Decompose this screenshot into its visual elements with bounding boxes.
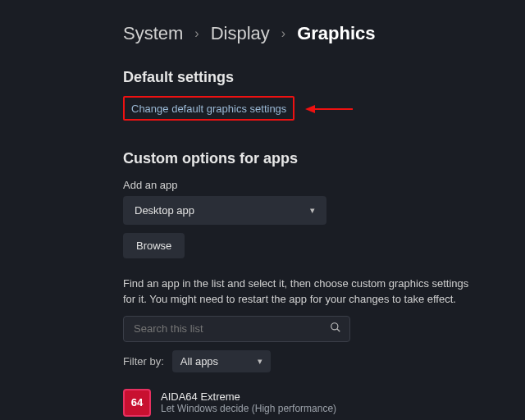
svg-point-2	[331, 322, 338, 329]
add-app-label: Add an app	[123, 179, 525, 191]
app-info: AIDA64 ExtremeLet Windows decide (High p…	[161, 390, 336, 414]
breadcrumb-display[interactable]: Display	[211, 23, 270, 44]
breadcrumb-graphics: Graphics	[297, 23, 375, 44]
app-icon: 64	[123, 389, 151, 417]
breadcrumb: System › Display › Graphics	[123, 23, 525, 44]
app-name: AIDA64 Extreme	[161, 390, 336, 403]
app-type-value: Desktop app	[135, 204, 194, 217]
breadcrumb-system[interactable]: System	[123, 23, 183, 44]
highlight-box: Change default graphics settings	[123, 96, 294, 121]
filter-label: Filter by:	[123, 355, 164, 368]
filter-value: All apps	[180, 355, 218, 368]
custom-options-description: Find an app in the list and select it, t…	[123, 276, 476, 308]
search-icon	[330, 322, 341, 336]
app-type-select[interactable]: Desktop app ▾	[123, 196, 326, 225]
svg-marker-1	[305, 105, 315, 113]
change-default-graphics-link[interactable]: Change default graphics settings	[131, 103, 286, 115]
app-row[interactable]: 64AIDA64 ExtremeLet Windows decide (High…	[123, 384, 525, 420]
search-input-wrap[interactable]	[123, 316, 350, 342]
search-input[interactable]	[132, 322, 330, 336]
app-subtitle: Let Windows decide (High performance)	[161, 403, 336, 414]
filter-select[interactable]: All apps ▾	[172, 350, 271, 372]
default-settings-heading: Default settings	[123, 69, 525, 86]
chevron-down-icon: ▾	[258, 356, 262, 367]
annotation-arrow-icon	[305, 103, 354, 115]
svg-line-3	[337, 328, 340, 331]
custom-options-heading: Custom options for apps	[123, 150, 525, 167]
chevron-down-icon: ▾	[310, 205, 315, 216]
chevron-right-icon: ›	[281, 26, 285, 41]
chevron-right-icon: ›	[194, 26, 199, 41]
browse-button[interactable]: Browse	[123, 233, 185, 258]
